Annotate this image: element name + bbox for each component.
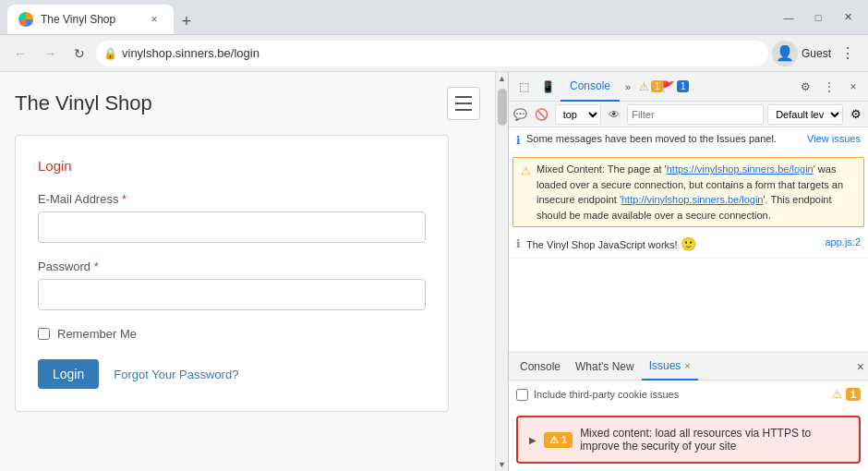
devtools-level-select[interactable]: Default lev xyxy=(767,104,843,125)
password-form-group: Password * xyxy=(38,260,426,310)
password-input[interactable] xyxy=(38,279,426,310)
third-party-checkbox[interactable] xyxy=(516,389,528,401)
password-required-star: * xyxy=(94,260,99,273)
active-tab[interactable]: The Vinyl Shop × xyxy=(7,5,174,34)
view-issues-link[interactable]: View issues xyxy=(807,131,861,147)
refresh-button[interactable]: ↻ xyxy=(66,41,92,66)
lock-icon: 🔒 xyxy=(103,47,117,60)
devtools-clear-button[interactable]: 🚫 xyxy=(532,103,551,126)
info-icon: ℹ xyxy=(516,132,521,149)
devtools-eye-button[interactable]: 👁 xyxy=(605,103,624,126)
console-info-message: ℹ Some messages have been moved to the I… xyxy=(509,127,868,153)
email-form-group: E-Mail Address * xyxy=(38,192,426,243)
emoji-icon: 🙂 xyxy=(681,236,696,251)
devtools-lower-panel: Console What's New Issues × × Include th… xyxy=(509,352,868,471)
close-window-button[interactable]: ✕ xyxy=(835,5,861,30)
profile-label: Guest xyxy=(802,47,831,60)
remember-me-label: Remember Me xyxy=(57,327,137,341)
favicon xyxy=(18,12,33,27)
email-input[interactable] xyxy=(38,211,426,243)
email-required-star: * xyxy=(122,192,127,206)
devtools-lower-tabs: Console What's New Issues × × xyxy=(509,353,868,380)
lower-tab-console[interactable]: Console xyxy=(512,353,568,380)
devtools-context-select[interactable]: top xyxy=(555,104,601,125)
address-bar-row: ← → ↻ 🔒 👤 Guest ⋮ xyxy=(0,35,868,72)
hamburger-line-2 xyxy=(455,103,472,104)
app-js-source[interactable]: app.js:2 xyxy=(825,235,861,250)
email-label: E-Mail Address * xyxy=(38,192,426,206)
login-card: Login E-Mail Address * Password * Rememb… xyxy=(15,135,449,412)
lower-panel-close-button[interactable]: × xyxy=(857,359,864,374)
devtools-console-settings[interactable]: ⚙ xyxy=(847,104,864,125)
page-scrollbar[interactable]: ▲ ▼ xyxy=(495,72,508,471)
main-area: The Vinyl Shop Login E-Mail Address * Pa… xyxy=(0,72,868,471)
address-input[interactable] xyxy=(96,41,768,66)
warning-icon: ⚠ xyxy=(521,163,531,179)
forward-button[interactable]: → xyxy=(37,41,63,66)
scroll-down-arrow[interactable]: ▼ xyxy=(496,458,509,471)
issues-warning-icon: ⚠ xyxy=(832,388,842,401)
issues-tab-close[interactable]: × xyxy=(684,360,690,371)
console-warning-text: Mixed Content: The page at 'https://viny… xyxy=(536,162,856,223)
issues-warning-badge: ⚠ 1 xyxy=(544,432,573,448)
issues-count-badge: 1 xyxy=(846,388,861,401)
forgot-password-link[interactable]: Forgot Your Password? xyxy=(114,368,238,381)
devtools-device-button[interactable]: 📱 xyxy=(536,76,559,98)
login-title: Login xyxy=(38,158,426,174)
issues-badge-icon: ⚠ xyxy=(549,434,559,446)
remember-me-checkbox[interactable] xyxy=(38,328,50,340)
issues-row[interactable]: ▶ ⚠ 1 Mixed content: load all resources … xyxy=(516,416,861,464)
devtools-console-tab[interactable]: Console xyxy=(561,72,620,102)
issues-expand-icon: ▶ xyxy=(529,435,536,445)
address-wrapper: 🔒 xyxy=(96,41,768,66)
action-row: Login Forgot Your Password? xyxy=(38,359,426,389)
lower-tab-issues[interactable]: Issues × xyxy=(642,353,698,380)
hamburger-line-1 xyxy=(455,96,472,98)
scroll-thumb[interactable] xyxy=(498,89,507,126)
back-button[interactable]: ← xyxy=(7,41,33,66)
lower-tab-whatsnew[interactable]: What's New xyxy=(568,353,642,380)
devtools-close-button[interactable]: × xyxy=(842,76,864,98)
site-title: The Vinyl Shop xyxy=(15,91,152,115)
tab-close-button[interactable]: × xyxy=(146,11,163,28)
warning-url-2[interactable]: http://vinylshop.sinners.be/login xyxy=(621,194,763,205)
devtools-info-count: 1 xyxy=(677,80,690,92)
issues-description: Mixed content: load all resources via HT… xyxy=(580,427,848,453)
console-app-message: ℹ The Vinyl Shop JavaScript works! 🙂 app… xyxy=(509,231,868,259)
app-msg-icon: ℹ xyxy=(516,236,521,252)
console-app-text: The Vinyl Shop JavaScript works! 🙂 xyxy=(526,235,819,254)
devtools-toolbar: ⬚ 📱 Console » ⚠ 1 🚩 1 ⚙ ⋮ × xyxy=(509,72,868,102)
warning-url-1[interactable]: https://vinylshop.sinners.be/login xyxy=(667,163,814,175)
devtools-messages-icon[interactable]: 💬 xyxy=(512,105,528,124)
devtools-subbar: 💬 🚫 top 👁 Default lev ⚙ xyxy=(509,102,868,127)
devtools-warning-badge-area: ⚠ 1 xyxy=(640,76,662,98)
window-controls: ― □ ✕ xyxy=(776,5,861,30)
maximize-button[interactable]: □ xyxy=(805,5,831,30)
remember-row: Remember Me xyxy=(38,327,426,341)
scroll-up-arrow[interactable]: ▲ xyxy=(496,72,509,85)
third-party-label: Include third-party cookie issues xyxy=(534,389,679,400)
tab-bar: The Vinyl Shop × + xyxy=(7,0,199,34)
minimize-button[interactable]: ― xyxy=(776,5,802,30)
devtools-settings-button[interactable]: ⚙ xyxy=(794,76,816,98)
page-header: The Vinyl Shop xyxy=(15,87,480,120)
devtools-filter-input[interactable] xyxy=(627,104,764,125)
devtools-dock-button[interactable]: ⋮ xyxy=(818,76,840,98)
new-tab-button[interactable]: + xyxy=(174,8,199,34)
devtools-more-tabs[interactable]: » xyxy=(621,81,634,92)
hamburger-line-3 xyxy=(455,109,472,111)
page-content: The Vinyl Shop Login E-Mail Address * Pa… xyxy=(0,72,495,471)
devtools-inspect-button[interactable]: ⬚ xyxy=(512,76,535,98)
hamburger-menu-button[interactable] xyxy=(447,87,480,120)
console-info-text: Some messages have been moved to the Iss… xyxy=(526,131,802,147)
issues-badge-count: 1 xyxy=(561,434,567,445)
browser-menu-button[interactable]: ⋮ xyxy=(835,41,861,66)
tab-title: The Vinyl Shop xyxy=(41,13,115,26)
profile-button[interactable]: 👤 xyxy=(772,41,798,66)
console-messages: ℹ Some messages have been moved to the I… xyxy=(509,127,868,352)
devtools-panel: ⬚ 📱 Console » ⚠ 1 🚩 1 ⚙ ⋮ × 💬 🚫 top 👁 xyxy=(508,72,868,471)
password-label: Password * xyxy=(38,260,426,273)
lower-panel-content: Include third-party cookie issues ⚠ 1 xyxy=(509,380,868,408)
login-button[interactable]: Login xyxy=(38,359,99,389)
browser-titlebar: The Vinyl Shop × + ― □ ✕ xyxy=(0,0,868,35)
